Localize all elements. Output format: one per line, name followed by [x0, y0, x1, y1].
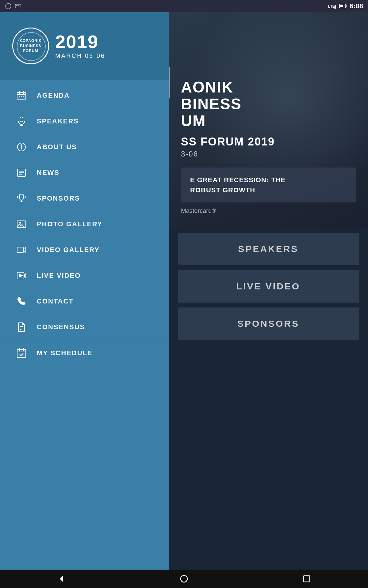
sidebar-nav: AGENDA SPEAKERS: [0, 80, 169, 570]
nav-label-about: ABOUT US: [37, 143, 77, 151]
nav-item-speakers[interactable]: SPEAKERS: [0, 108, 169, 134]
nav-item-consensus[interactable]: CONSENSUS: [0, 314, 169, 340]
svg-rect-1: [15, 4, 21, 8]
recent-icon: [303, 575, 311, 583]
microphone-icon: [15, 115, 28, 127]
forum-title: AONIKBINESSUM: [181, 79, 356, 130]
svg-rect-46: [304, 576, 310, 582]
nav-label-schedule: MY SCHEDULE: [37, 349, 93, 357]
forum-info: SS FORUM 2019 3-06: [181, 136, 356, 158]
forum-dates: 3-06: [181, 150, 356, 158]
nav-label-video: VIDEO GALLERY: [37, 246, 100, 254]
nav-item-my-schedule[interactable]: MY SCHEDULE: [0, 340, 169, 366]
logo-year: 2019: [55, 33, 105, 51]
nav-label-live: LIVE VIDEO: [37, 272, 81, 280]
nav-item-video-gallery[interactable]: VIDEO GALLERY: [0, 237, 169, 263]
sidebar: KOPAONIK BUSINESS FORUM 2019 MARCH 03-06: [0, 12, 169, 570]
video-icon: [15, 244, 28, 256]
status-bar-right: LTE 6:08: [328, 2, 363, 10]
svg-rect-8: [346, 5, 347, 7]
svg-point-15: [21, 96, 22, 97]
phone-icon: [15, 295, 28, 307]
nav-item-contact[interactable]: CONTACT: [0, 288, 169, 314]
svg-marker-34: [20, 274, 23, 277]
nav-item-agenda[interactable]: AGENDA: [0, 83, 169, 108]
doc-icon: [15, 321, 28, 333]
svg-rect-31: [17, 247, 23, 253]
speakers-button[interactable]: SPEAKERS: [178, 233, 359, 265]
nav-label-agenda: AGENDA: [37, 92, 70, 100]
svg-rect-2: [16, 5, 17, 6]
svg-rect-6: [335, 5, 336, 9]
svg-rect-17: [20, 117, 23, 122]
live-video-button[interactable]: LIVE VIDEO: [178, 270, 359, 303]
back-icon: [57, 574, 66, 583]
nav-label-news: NEWS: [37, 169, 59, 177]
tagline-box: E GREAT RECESSION: THEROBUST GROWTH: [181, 168, 356, 202]
sidebar-header: KOPAONIK BUSINESS FORUM 2019 MARCH 03-06: [0, 12, 169, 80]
sponsors-button[interactable]: SPONSORS: [178, 307, 359, 340]
calendar-icon: [15, 89, 28, 102]
sim-icon: [15, 4, 21, 9]
nav-item-live-video[interactable]: LIVE VIDEO: [0, 263, 169, 288]
svg-point-14: [19, 96, 20, 97]
info-icon: [15, 141, 28, 153]
svg-point-22: [21, 145, 22, 146]
svg-point-16: [23, 96, 24, 97]
svg-marker-44: [60, 576, 63, 582]
svg-point-0: [6, 3, 11, 9]
nav-label-consensus: CONSENSUS: [37, 323, 85, 331]
nav-label-sponsors: SPONSORS: [37, 194, 80, 202]
nav-item-about[interactable]: ABOUT US: [0, 134, 169, 160]
tagline-text: E GREAT RECESSION: THEROBUST GROWTH: [190, 176, 286, 194]
home-button[interactable]: [175, 573, 193, 585]
news-icon: [15, 167, 28, 179]
nav-label-photo: PHOTO GALLERY: [37, 220, 102, 228]
battery-icon: [339, 3, 347, 9]
svg-rect-3: [18, 5, 19, 6]
schedule-icon: [15, 347, 28, 359]
content-area: AONIKBINESSUM SS FORUM 2019 3-06 E GREAT…: [169, 12, 368, 570]
image-icon: [15, 218, 28, 230]
live-icon: [15, 270, 28, 282]
svg-marker-32: [23, 247, 26, 252]
lte-signal-icon: LTE: [328, 3, 337, 9]
status-bar: LTE 6:08: [0, 0, 368, 12]
svg-rect-10: [17, 92, 26, 99]
back-button[interactable]: [52, 573, 71, 585]
forum-title-text: AONIKBINESSUM: [181, 79, 242, 130]
nav-label-contact: CONTACT: [37, 297, 74, 305]
recent-button[interactable]: [297, 573, 316, 585]
logo-circle: KOPAONIK BUSINESS FORUM: [12, 28, 49, 64]
nav-item-sponsors[interactable]: SPONSORS: [0, 186, 169, 211]
hero-content: AONIKBINESSUM SS FORUM 2019 3-06 E GREAT…: [181, 79, 356, 214]
forum-label: SS FORUM 2019: [181, 136, 356, 148]
svg-rect-5: [334, 6, 335, 9]
buttons-section: SPEAKERS LIVE VIDEO SPONSORS: [169, 227, 368, 346]
forum-name-logo: KOPAONIK BUSINESS FORUM: [20, 38, 42, 54]
nav-item-news[interactable]: NEWS: [0, 160, 169, 186]
vertical-divider: [169, 67, 170, 98]
home-icon: [179, 574, 189, 583]
logo-date: MARCH 03-06: [55, 52, 105, 59]
svg-rect-9: [340, 5, 343, 7]
hero-section: AONIKBINESSUM SS FORUM 2019 3-06 E GREAT…: [169, 12, 368, 227]
nav-item-photo-gallery[interactable]: PHOTO GALLERY: [0, 211, 169, 237]
nav-label-speakers: SPEAKERS: [37, 117, 79, 125]
svg-point-45: [181, 575, 187, 582]
svg-rect-29: [17, 221, 26, 228]
bottom-nav-bar: [0, 570, 368, 588]
svg-rect-40: [17, 349, 26, 357]
circle-icon: [5, 3, 12, 9]
sponsor-line: Mastercard®: [181, 207, 356, 214]
status-bar-left: [5, 3, 21, 9]
logo-year-block: 2019 MARCH 03-06: [55, 33, 105, 59]
trophy-icon: [15, 192, 28, 205]
clock-time: 6:08: [350, 2, 363, 10]
